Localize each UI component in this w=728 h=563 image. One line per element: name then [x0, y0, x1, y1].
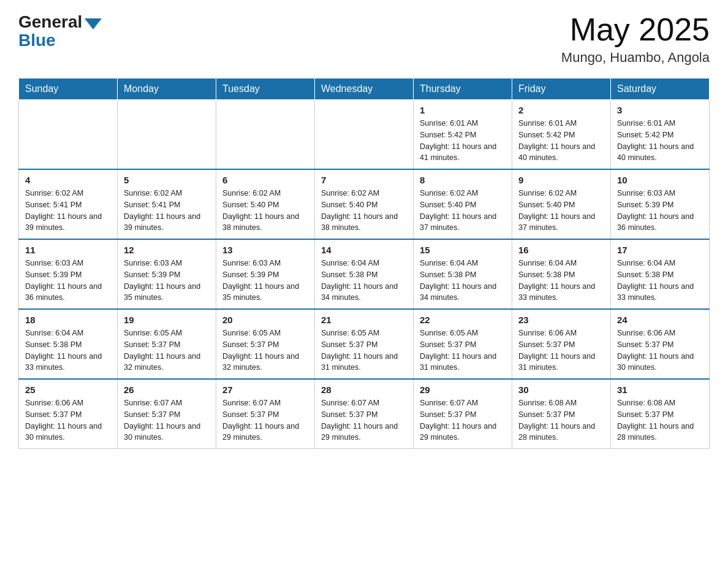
day-number: 31: [617, 385, 703, 395]
calendar-location: Mungo, Huambo, Angola: [561, 50, 710, 66]
day-info: Sunrise: 6:03 AM Sunset: 5:39 PM Dayligh…: [25, 258, 111, 304]
calendar-cell: 5Sunrise: 6:02 AM Sunset: 5:41 PM Daylig…: [118, 169, 216, 239]
calendar-cell: [216, 100, 315, 170]
calendar-cell: 6Sunrise: 6:02 AM Sunset: 5:40 PM Daylig…: [216, 169, 315, 239]
calendar-cell: 2Sunrise: 6:01 AM Sunset: 5:42 PM Daylig…: [512, 100, 611, 170]
day-number: 29: [420, 385, 506, 395]
day-number: 15: [420, 245, 506, 255]
day-number: 16: [518, 245, 604, 255]
day-info: Sunrise: 6:01 AM Sunset: 5:42 PM Dayligh…: [518, 118, 604, 164]
day-number: 11: [25, 245, 111, 255]
day-number: 23: [518, 315, 604, 325]
day-info: Sunrise: 6:08 AM Sunset: 5:37 PM Dayligh…: [617, 397, 703, 443]
logo-blue-text: Blue: [18, 31, 56, 50]
page-header: General Blue May 2025 Mungo, Huambo, Ang…: [18, 12, 710, 66]
day-number: 22: [420, 315, 506, 325]
calendar-cell: [19, 100, 118, 170]
day-number: 3: [617, 105, 703, 115]
calendar-cell: 11Sunrise: 6:03 AM Sunset: 5:39 PM Dayli…: [19, 239, 118, 309]
day-info: Sunrise: 6:03 AM Sunset: 5:39 PM Dayligh…: [124, 258, 210, 304]
calendar-header-saturday: Saturday: [611, 79, 710, 100]
calendar-cell: 22Sunrise: 6:05 AM Sunset: 5:37 PM Dayli…: [414, 309, 512, 379]
calendar-cell: 19Sunrise: 6:05 AM Sunset: 5:37 PM Dayli…: [118, 309, 216, 379]
day-info: Sunrise: 6:06 AM Sunset: 5:37 PM Dayligh…: [617, 327, 703, 373]
calendar-week-row-2: 4Sunrise: 6:02 AM Sunset: 5:41 PM Daylig…: [19, 169, 710, 239]
calendar-cell: 8Sunrise: 6:02 AM Sunset: 5:40 PM Daylig…: [414, 169, 512, 239]
day-number: 1: [420, 105, 506, 115]
day-number: 7: [321, 175, 407, 185]
day-info: Sunrise: 6:05 AM Sunset: 5:37 PM Dayligh…: [321, 327, 407, 373]
day-info: Sunrise: 6:04 AM Sunset: 5:38 PM Dayligh…: [420, 258, 506, 304]
day-info: Sunrise: 6:02 AM Sunset: 5:41 PM Dayligh…: [124, 188, 210, 234]
day-number: 6: [222, 175, 308, 185]
calendar-week-row-4: 18Sunrise: 6:04 AM Sunset: 5:38 PM Dayli…: [19, 309, 710, 379]
calendar-header-monday: Monday: [118, 79, 216, 100]
day-number: 26: [124, 385, 210, 395]
day-info: Sunrise: 6:02 AM Sunset: 5:41 PM Dayligh…: [25, 188, 111, 234]
day-info: Sunrise: 6:04 AM Sunset: 5:38 PM Dayligh…: [617, 258, 703, 304]
day-info: Sunrise: 6:08 AM Sunset: 5:37 PM Dayligh…: [518, 397, 604, 443]
calendar-week-row-1: 1Sunrise: 6:01 AM Sunset: 5:42 PM Daylig…: [19, 100, 710, 170]
calendar-cell: 25Sunrise: 6:06 AM Sunset: 5:37 PM Dayli…: [19, 379, 118, 449]
logo-general-text: General: [18, 12, 82, 32]
calendar-cell: 14Sunrise: 6:04 AM Sunset: 5:38 PM Dayli…: [315, 239, 414, 309]
day-number: 18: [25, 315, 111, 325]
day-number: 13: [222, 245, 308, 255]
calendar-cell: 9Sunrise: 6:02 AM Sunset: 5:40 PM Daylig…: [512, 169, 611, 239]
day-number: 25: [25, 385, 111, 395]
day-info: Sunrise: 6:02 AM Sunset: 5:40 PM Dayligh…: [518, 188, 604, 234]
day-number: 21: [321, 315, 407, 325]
logo: General Blue: [18, 12, 102, 50]
day-number: 14: [321, 245, 407, 255]
day-number: 4: [25, 175, 111, 185]
calendar-cell: 3Sunrise: 6:01 AM Sunset: 5:42 PM Daylig…: [611, 100, 710, 170]
day-info: Sunrise: 6:02 AM Sunset: 5:40 PM Dayligh…: [222, 188, 308, 234]
calendar-cell: 20Sunrise: 6:05 AM Sunset: 5:37 PM Dayli…: [216, 309, 315, 379]
day-info: Sunrise: 6:06 AM Sunset: 5:37 PM Dayligh…: [518, 327, 604, 373]
calendar-week-row-5: 25Sunrise: 6:06 AM Sunset: 5:37 PM Dayli…: [19, 379, 710, 449]
calendar-title: May 2025: [561, 12, 710, 47]
calendar-table: SundayMondayTuesdayWednesdayThursdayFrid…: [18, 78, 710, 449]
calendar-cell: 13Sunrise: 6:03 AM Sunset: 5:39 PM Dayli…: [216, 239, 315, 309]
day-info: Sunrise: 6:03 AM Sunset: 5:39 PM Dayligh…: [222, 258, 308, 304]
day-info: Sunrise: 6:02 AM Sunset: 5:40 PM Dayligh…: [420, 188, 506, 234]
day-info: Sunrise: 6:05 AM Sunset: 5:37 PM Dayligh…: [222, 327, 308, 373]
day-info: Sunrise: 6:04 AM Sunset: 5:38 PM Dayligh…: [518, 258, 604, 304]
calendar-cell: 30Sunrise: 6:08 AM Sunset: 5:37 PM Dayli…: [512, 379, 611, 449]
calendar-header-sunday: Sunday: [19, 79, 118, 100]
calendar-week-row-3: 11Sunrise: 6:03 AM Sunset: 5:39 PM Dayli…: [19, 239, 710, 309]
calendar-cell: 21Sunrise: 6:05 AM Sunset: 5:37 PM Dayli…: [315, 309, 414, 379]
day-info: Sunrise: 6:07 AM Sunset: 5:37 PM Dayligh…: [420, 397, 506, 443]
day-info: Sunrise: 6:04 AM Sunset: 5:38 PM Dayligh…: [321, 258, 407, 304]
day-number: 9: [518, 175, 604, 185]
calendar-cell: 24Sunrise: 6:06 AM Sunset: 5:37 PM Dayli…: [611, 309, 710, 379]
calendar-header-wednesday: Wednesday: [315, 79, 414, 100]
calendar-cell: 23Sunrise: 6:06 AM Sunset: 5:37 PM Dayli…: [512, 309, 611, 379]
calendar-header-friday: Friday: [512, 79, 611, 100]
calendar-cell: 18Sunrise: 6:04 AM Sunset: 5:38 PM Dayli…: [19, 309, 118, 379]
calendar-cell: 31Sunrise: 6:08 AM Sunset: 5:37 PM Dayli…: [611, 379, 710, 449]
calendar-header-tuesday: Tuesday: [216, 79, 315, 100]
day-number: 27: [222, 385, 308, 395]
day-number: 8: [420, 175, 506, 185]
calendar-cell: 15Sunrise: 6:04 AM Sunset: 5:38 PM Dayli…: [414, 239, 512, 309]
day-info: Sunrise: 6:07 AM Sunset: 5:37 PM Dayligh…: [321, 397, 407, 443]
day-number: 24: [617, 315, 703, 325]
day-number: 17: [617, 245, 703, 255]
day-info: Sunrise: 6:01 AM Sunset: 5:42 PM Dayligh…: [420, 118, 506, 164]
calendar-cell: 10Sunrise: 6:03 AM Sunset: 5:39 PM Dayli…: [611, 169, 710, 239]
calendar-cell: 28Sunrise: 6:07 AM Sunset: 5:37 PM Dayli…: [315, 379, 414, 449]
day-number: 12: [124, 245, 210, 255]
day-info: Sunrise: 6:01 AM Sunset: 5:42 PM Dayligh…: [617, 118, 703, 164]
day-number: 2: [518, 105, 604, 115]
day-info: Sunrise: 6:07 AM Sunset: 5:37 PM Dayligh…: [124, 397, 210, 443]
day-number: 5: [124, 175, 210, 185]
logo-arrow-icon: [85, 18, 102, 29]
calendar-cell: 17Sunrise: 6:04 AM Sunset: 5:38 PM Dayli…: [611, 239, 710, 309]
calendar-cell: 1Sunrise: 6:01 AM Sunset: 5:42 PM Daylig…: [414, 100, 512, 170]
day-number: 30: [518, 385, 604, 395]
day-number: 10: [617, 175, 703, 185]
day-info: Sunrise: 6:06 AM Sunset: 5:37 PM Dayligh…: [25, 397, 111, 443]
day-info: Sunrise: 6:07 AM Sunset: 5:37 PM Dayligh…: [222, 397, 308, 443]
calendar-cell: 27Sunrise: 6:07 AM Sunset: 5:37 PM Dayli…: [216, 379, 315, 449]
